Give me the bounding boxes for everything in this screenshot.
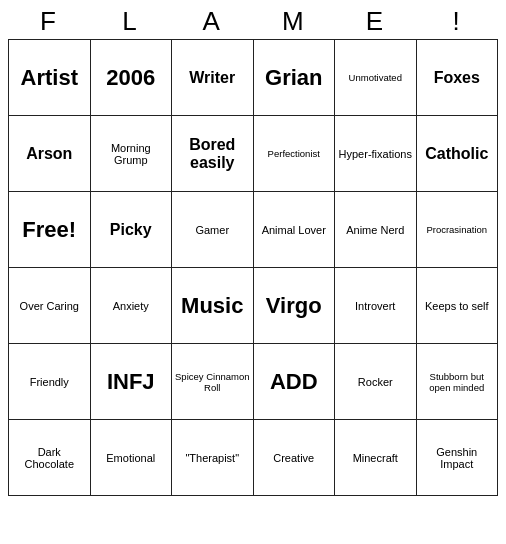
cell-r5-c4: Minecraft	[335, 420, 417, 496]
cell-r5-c2: "Therapist"	[172, 420, 254, 496]
cell-r3-c1: Anxiety	[90, 268, 172, 344]
cell-r2-c3: Animal Lover	[253, 192, 335, 268]
cell-r0-c4: Unmotivated	[335, 40, 417, 116]
cell-r3-c0: Over Caring	[9, 268, 91, 344]
cell-r4-c4: Rocker	[335, 344, 417, 420]
cell-r4-c3: ADD	[253, 344, 335, 420]
cell-r4-c0: Friendly	[9, 344, 91, 420]
bingo-table: Artist2006WriterGrianUnmotivatedFoxesArs…	[8, 39, 498, 496]
cell-r3-c3: Virgo	[253, 268, 335, 344]
cell-r1-c1: Morning Grump	[90, 116, 172, 192]
cell-r1-c5: Catholic	[416, 116, 498, 192]
cell-r0-c0: Artist	[9, 40, 91, 116]
cell-r4-c2: Spicey Cinnamon Roll	[172, 344, 254, 420]
cell-r5-c1: Emotional	[90, 420, 172, 496]
header-exclaim: !	[419, 6, 495, 37]
header: F L A M E !	[8, 0, 498, 39]
cell-r2-c0: Free!	[9, 192, 91, 268]
cell-r4-c5: Stubborn but open minded	[416, 344, 498, 420]
cell-r0-c3: Grian	[253, 40, 335, 116]
header-a: A	[174, 6, 250, 37]
header-f: F	[11, 6, 87, 37]
cell-r1-c3: Perfectionist	[253, 116, 335, 192]
cell-r1-c2: Bored easily	[172, 116, 254, 192]
cell-r5-c0: Dark Chocolate	[9, 420, 91, 496]
cell-r1-c0: Arson	[9, 116, 91, 192]
header-e: E	[337, 6, 413, 37]
cell-r3-c2: Music	[172, 268, 254, 344]
cell-r0-c2: Writer	[172, 40, 254, 116]
cell-r3-c5: Keeps to self	[416, 268, 498, 344]
cell-r4-c1: INFJ	[90, 344, 172, 420]
cell-r1-c4: Hyper-fixations	[335, 116, 417, 192]
cell-r5-c5: Genshin Impact	[416, 420, 498, 496]
cell-r2-c1: Picky	[90, 192, 172, 268]
cell-r2-c2: Gamer	[172, 192, 254, 268]
header-m: M	[256, 6, 332, 37]
cell-r5-c3: Creative	[253, 420, 335, 496]
cell-r2-c5: Procrasination	[416, 192, 498, 268]
cell-r2-c4: Anime Nerd	[335, 192, 417, 268]
cell-r0-c5: Foxes	[416, 40, 498, 116]
cell-r3-c4: Introvert	[335, 268, 417, 344]
header-l: L	[92, 6, 168, 37]
cell-r0-c1: 2006	[90, 40, 172, 116]
